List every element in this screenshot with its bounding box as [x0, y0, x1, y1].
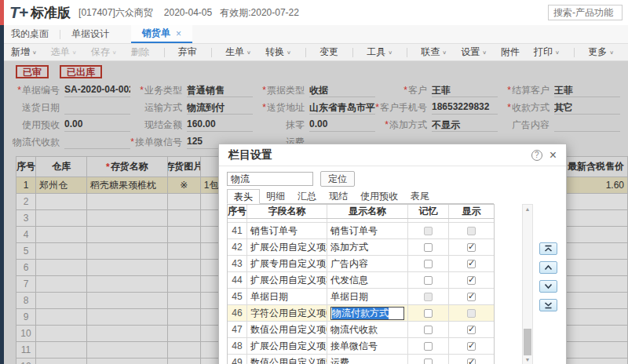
- current-date: 2020-04-05: [164, 7, 212, 18]
- show-checkbox[interactable]: [467, 309, 476, 318]
- move-down-button[interactable]: [539, 280, 557, 293]
- select-order-button[interactable]: 选单∨: [51, 46, 77, 59]
- caret-down-icon: ∨: [442, 49, 447, 55]
- app-window: T+ 标准版 [017407]六众商贸 2020-04-05 有效期:2020-…: [0, 0, 628, 364]
- memory-checkbox[interactable]: [424, 342, 433, 351]
- dialog-table-scrollbar[interactable]: ▲ ▼: [522, 204, 533, 364]
- scrollbar-thumb[interactable]: [524, 329, 531, 355]
- left-edge-bar: [0, 25, 4, 364]
- dialog-tabbar: 表头 明细 汇总 现结 使用预收 表尾: [227, 189, 494, 204]
- move-up-button[interactable]: [539, 261, 557, 274]
- move-to-bottom-button[interactable]: [539, 299, 557, 311]
- tab-sales-order[interactable]: 销货单 ×: [131, 25, 192, 43]
- dialog-row-45[interactable]: 45单据日期单据日期: [228, 289, 494, 305]
- dialog-close-icon[interactable]: ×: [550, 150, 557, 161]
- selected-text: 物流付款方式: [332, 307, 389, 320]
- caret-down-icon: ∨: [555, 49, 560, 55]
- dialog-row-49[interactable]: 49数值公用自定义项5运费: [228, 355, 494, 364]
- save-button[interactable]: 保存∨: [91, 46, 117, 59]
- show-checkbox[interactable]: [467, 260, 476, 268]
- show-checkbox[interactable]: [467, 293, 476, 301]
- dialog-tab-detail[interactable]: 明细: [260, 189, 291, 203]
- caret-down-icon: ∨: [32, 49, 37, 55]
- dialog-row-46-editing[interactable]: 46字符公用自定义项6 物流付款方式: [228, 305, 494, 322]
- memory-checkbox[interactable]: [424, 326, 433, 334]
- tab-my-desktop[interactable]: 我的桌面: [0, 25, 60, 43]
- validity-date: 有效期:2020-07-22: [220, 6, 299, 20]
- dialog-title: 栏目设置: [228, 148, 272, 162]
- scroll-up-icon[interactable]: ▲: [523, 206, 532, 212]
- dialog-row-43[interactable]: 43扩展专用自定义项1广告内容: [228, 256, 494, 272]
- dialog-row-42[interactable]: 42扩展公用自定义项2添加方式: [228, 239, 494, 256]
- reorder-buttons: [539, 242, 557, 311]
- show-checkbox[interactable]: [467, 342, 476, 351]
- locate-button[interactable]: 定位: [320, 171, 355, 187]
- linked-query-button[interactable]: 联查∨: [421, 46, 447, 59]
- caret-down-icon: ∨: [609, 49, 614, 55]
- display-name-edit-input[interactable]: 物流付款方式: [330, 307, 404, 320]
- dialog-tab-footer[interactable]: 表尾: [404, 189, 436, 203]
- memory-checkbox[interactable]: [424, 276, 433, 285]
- delete-button[interactable]: 删除: [131, 46, 150, 59]
- caret-down-icon: ∨: [72, 49, 77, 55]
- app-logo: T+: [9, 3, 27, 22]
- memory-checkbox[interactable]: [424, 243, 433, 252]
- memory-checkbox[interactable]: [424, 359, 433, 364]
- move-to-top-button[interactable]: [539, 242, 557, 255]
- memory-checkbox[interactable]: [424, 227, 433, 235]
- dialog-field-table: 序号 字段名称 显示名称 记忆 显示 41销售订单号销售订单号 42扩展公用自定…: [227, 204, 495, 364]
- dialog-table-header: 序号 字段名称 显示名称 记忆 显示: [228, 205, 494, 219]
- change-button[interactable]: 变更: [319, 46, 338, 59]
- settings-button[interactable]: 设置∨: [461, 46, 487, 59]
- show-checkbox[interactable]: [467, 359, 476, 364]
- dialog-row-48[interactable]: 48扩展公用自定义项1接单微信号: [228, 338, 494, 355]
- help-icon[interactable]: ?: [531, 150, 542, 161]
- dialog-row-44[interactable]: 44扩展公用自定义项3代发信息: [228, 272, 494, 289]
- show-checkbox[interactable]: [467, 326, 476, 334]
- left-edge-accent: [0, 0, 4, 25]
- dialog-tab-cash[interactable]: 现结: [323, 189, 354, 203]
- product-search-input[interactable]: [548, 5, 623, 20]
- caret-down-icon: ∨: [482, 49, 487, 55]
- caret-down-icon: ∨: [388, 49, 392, 55]
- dialog-row-47[interactable]: 47数值公用自定义项6物流代收款: [228, 322, 494, 338]
- memory-checkbox[interactable]: [424, 309, 433, 318]
- topbar: T+ 标准版 [017407]六众商贸 2020-04-05 有效期:2020-…: [0, 0, 628, 25]
- print-button[interactable]: 打印∨: [534, 46, 560, 59]
- show-checkbox[interactable]: [467, 276, 476, 285]
- memory-checkbox[interactable]: [424, 260, 433, 268]
- dialog-tab-prepaid[interactable]: 使用预收: [354, 189, 404, 203]
- tools-button[interactable]: 工具∨: [367, 46, 392, 59]
- show-checkbox[interactable]: [467, 243, 476, 252]
- dialog-tab-header[interactable]: 表头: [227, 189, 260, 204]
- caret-down-icon: ∨: [112, 49, 117, 55]
- dialog-search-row: 定位: [227, 171, 355, 187]
- dialog-row-41[interactable]: 41销售订单号销售订单号: [228, 223, 494, 239]
- dialog-titlebar: 栏目设置 ? ×: [219, 144, 566, 166]
- more-button[interactable]: 更多∨: [588, 46, 614, 59]
- generate-button[interactable]: 生单∨: [225, 46, 251, 59]
- field-filter-input[interactable]: [227, 172, 313, 186]
- column-settings-dialog: 栏目设置 ? × 定位 表头 明细 汇总 现结 使用预收 表尾 序号 字段名称 …: [218, 144, 567, 364]
- attachment-button[interactable]: 附件: [501, 46, 520, 59]
- toolbar: 新增∨ 选单∨ 保存∨ 删除 弃审 生单∨ 转换∨ 变更 工具∨ 联查∨ 设置∨…: [0, 44, 628, 61]
- caret-down-icon: ∨: [246, 49, 251, 55]
- edition-label: 标准版: [31, 4, 71, 22]
- convert-button[interactable]: 转换∨: [265, 46, 291, 59]
- scroll-down-icon[interactable]: ▼: [523, 357, 532, 362]
- tab-doc-design[interactable]: 单据设计: [60, 25, 120, 43]
- new-button[interactable]: 新增∨: [11, 46, 37, 59]
- show-checkbox[interactable]: [467, 227, 476, 235]
- account-name: [017407]六众商贸: [78, 6, 153, 20]
- nav-tabbar: 我的桌面 单据设计 销货单 ×: [0, 25, 628, 44]
- memory-checkbox[interactable]: [424, 293, 433, 301]
- dialog-tab-summary[interactable]: 汇总: [291, 189, 323, 203]
- close-tab-icon[interactable]: ×: [176, 28, 181, 39]
- caret-down-icon: ∨: [287, 49, 291, 55]
- unapprove-button[interactable]: 弃审: [178, 46, 197, 59]
